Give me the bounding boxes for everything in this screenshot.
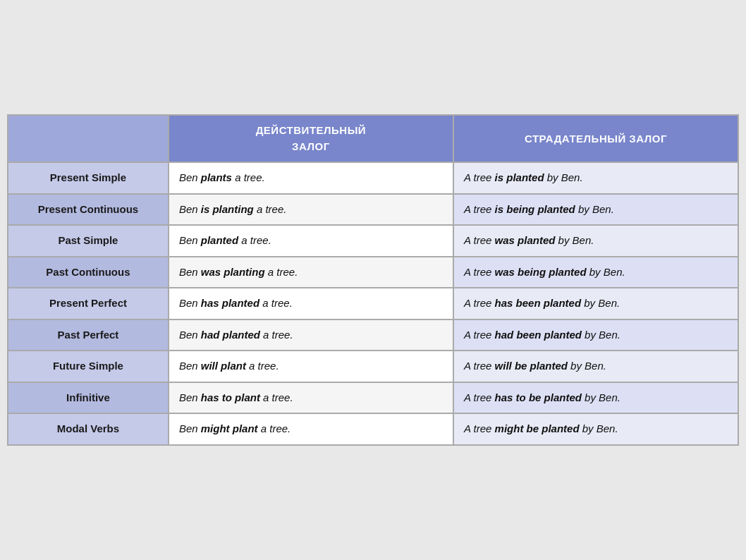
active-voice-cell: Ben might plant a tree. bbox=[169, 413, 453, 445]
page-wrapper: ДЕЙСТВИТЕЛЬНЫЙЗАЛОГ СТРАДАТЕЛЬНЫЙ ЗАЛОГ … bbox=[0, 107, 746, 453]
header-passive: СТРАДАТЕЛЬНЫЙ ЗАЛОГ bbox=[453, 115, 738, 162]
tense-label: Past Continuous bbox=[8, 257, 169, 288]
tense-label: Past Simple bbox=[8, 225, 169, 257]
active-voice-cell: Ben was planting a tree. bbox=[169, 257, 453, 288]
active-voice-cell: Ben has planted a tree. bbox=[169, 288, 453, 319]
tense-label: Infinitive bbox=[8, 382, 169, 414]
tense-label: Present Perfect bbox=[8, 288, 169, 319]
passive-voice-cell: A tree might be planted by Ben. bbox=[453, 413, 738, 445]
active-voice-cell: Ben is planting a tree. bbox=[169, 194, 453, 226]
tense-label: Future Simple bbox=[8, 351, 169, 382]
tense-label: Past Perfect bbox=[8, 319, 169, 351]
tense-label: Present Continuous bbox=[8, 194, 169, 226]
passive-voice-cell: A tree had been planted by Ben. bbox=[453, 319, 738, 351]
active-voice-cell: Ben has to plant a tree. bbox=[169, 382, 453, 414]
passive-voice-cell: A tree is planted by Ben. bbox=[453, 162, 738, 194]
passive-voice-cell: A tree has to be planted by Ben. bbox=[453, 382, 738, 414]
header-tense bbox=[8, 115, 169, 162]
passive-voice-cell: A tree was planted by Ben. bbox=[453, 225, 738, 257]
header-active: ДЕЙСТВИТЕЛЬНЫЙЗАЛОГ bbox=[169, 115, 453, 162]
grammar-table: ДЕЙСТВИТЕЛЬНЫЙЗАЛОГ СТРАДАТЕЛЬНЫЙ ЗАЛОГ … bbox=[7, 114, 739, 446]
passive-voice-cell: A tree is being planted by Ben. bbox=[453, 194, 738, 226]
tense-label: Modal Verbs bbox=[8, 413, 169, 445]
passive-voice-cell: A tree will be planted by Ben. bbox=[453, 351, 738, 382]
active-voice-cell: Ben plants a tree. bbox=[169, 162, 453, 194]
passive-voice-cell: A tree has been planted by Ben. bbox=[453, 288, 738, 319]
active-voice-cell: Ben had planted a tree. bbox=[169, 319, 453, 351]
tense-label: Present Simple bbox=[8, 162, 169, 194]
active-voice-cell: Ben will plant a tree. bbox=[169, 351, 453, 382]
active-voice-cell: Ben planted a tree. bbox=[169, 225, 453, 257]
passive-voice-cell: A tree was being planted by Ben. bbox=[453, 257, 738, 288]
